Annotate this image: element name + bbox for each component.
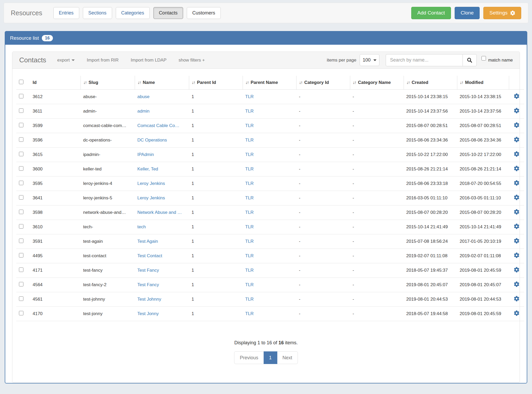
- row-actions[interactable]: [509, 148, 524, 162]
- tab-categories[interactable]: Categories: [116, 7, 150, 19]
- clone-button[interactable]: Clone: [455, 7, 480, 19]
- cell-parent-id: 1: [189, 205, 243, 220]
- parent-name-link[interactable]: TLR: [245, 268, 254, 273]
- parent-name-link[interactable]: TLR: [245, 152, 254, 157]
- row-actions[interactable]: [509, 220, 524, 234]
- parent-name-link[interactable]: TLR: [245, 94, 254, 99]
- parent-name-link[interactable]: TLR: [245, 181, 254, 186]
- row-checkbox[interactable]: [19, 123, 23, 127]
- pagination-next[interactable]: Next: [277, 351, 298, 364]
- name-link[interactable]: Network Abuse and …: [137, 210, 182, 215]
- row-checkbox[interactable]: [19, 253, 23, 257]
- row-actions[interactable]: [509, 307, 524, 321]
- column-header-modified[interactable]: ↓↑Modified: [457, 76, 509, 90]
- name-link[interactable]: Test Fancy: [137, 268, 159, 273]
- parent-name-link[interactable]: TLR: [245, 297, 254, 302]
- cell-created: 2018-05-07 19:45:37: [404, 263, 457, 278]
- name-link[interactable]: Test Contact: [137, 253, 162, 258]
- parent-name-link[interactable]: TLR: [245, 253, 254, 258]
- name-link[interactable]: admin: [137, 109, 149, 114]
- items-per-page-select[interactable]: 100: [360, 54, 379, 66]
- import-rir-link[interactable]: Import from RIR: [87, 58, 119, 63]
- row-actions[interactable]: [509, 90, 524, 104]
- name-link[interactable]: Leroy Jenkins: [137, 195, 165, 200]
- row-checkbox[interactable]: [19, 210, 23, 214]
- match-name-checkbox[interactable]: [481, 56, 486, 60]
- name-link[interactable]: Test Jonny: [137, 311, 159, 316]
- name-link[interactable]: Comcast Cable Co…: [137, 123, 179, 128]
- tab-sections[interactable]: Sections: [83, 7, 112, 19]
- parent-name-link[interactable]: TLR: [245, 210, 254, 215]
- row-actions[interactable]: [509, 133, 524, 148]
- pagination-previous[interactable]: Previous: [234, 351, 264, 364]
- row-checkbox[interactable]: [19, 137, 23, 142]
- row-checkbox[interactable]: [19, 181, 23, 185]
- show-filters-link[interactable]: show filters +: [179, 58, 205, 63]
- parent-name-link[interactable]: TLR: [245, 282, 254, 287]
- tab-contacts[interactable]: Contacts: [153, 7, 183, 19]
- row-actions[interactable]: [509, 176, 524, 191]
- pagination-page-1[interactable]: 1: [264, 351, 277, 364]
- search-input[interactable]: [386, 54, 463, 66]
- column-header-name[interactable]: ↓↑Name: [135, 76, 189, 90]
- name-link[interactable]: DC Operations: [137, 138, 167, 143]
- name-link[interactable]: Test Fancy: [137, 282, 159, 287]
- column-header-category-id[interactable]: ↓↑Category Id: [296, 76, 350, 90]
- column-header-category-name[interactable]: ↓↑Category Name: [350, 76, 404, 90]
- gear-icon: [514, 108, 519, 113]
- tab-entries[interactable]: Entries: [53, 7, 79, 19]
- row-actions[interactable]: [509, 162, 524, 176]
- row-actions[interactable]: [509, 249, 524, 263]
- row-actions[interactable]: [509, 292, 524, 307]
- parent-name-link[interactable]: TLR: [245, 166, 254, 171]
- cell-category-name: -: [350, 278, 404, 292]
- parent-name-link[interactable]: TLR: [245, 311, 254, 316]
- row-actions[interactable]: [509, 278, 524, 292]
- parent-name-link[interactable]: TLR: [245, 224, 254, 229]
- parent-name-link[interactable]: TLR: [245, 123, 254, 128]
- export-dropdown[interactable]: export: [57, 58, 75, 63]
- name-link[interactable]: Leroy Jenkins: [137, 181, 165, 186]
- name-link[interactable]: abuse: [137, 94, 149, 99]
- name-link[interactable]: Test Again: [137, 239, 158, 244]
- row-checkbox[interactable]: [19, 224, 23, 229]
- row-checkbox[interactable]: [19, 166, 23, 171]
- row-checkbox[interactable]: [19, 282, 23, 286]
- parent-name-link[interactable]: TLR: [245, 109, 254, 114]
- row-checkbox[interactable]: [19, 94, 23, 98]
- cell-modified: 2019-02-07 01:11:08: [457, 249, 509, 263]
- column-header-slug[interactable]: ↓↑Slug: [81, 76, 135, 90]
- add-contact-button[interactable]: Add Contact: [411, 7, 451, 19]
- tab-customers[interactable]: Customers: [187, 7, 221, 19]
- cell-modified: 2019-08-01 20:44:53: [457, 292, 509, 307]
- row-actions[interactable]: [509, 234, 524, 249]
- row-actions[interactable]: [509, 119, 524, 133]
- name-link[interactable]: tech: [137, 224, 146, 229]
- row-actions[interactable]: [509, 205, 524, 220]
- column-header-id: Id: [30, 76, 81, 90]
- column-header-parent-id[interactable]: ↓↑Parent Id: [189, 76, 243, 90]
- row-actions[interactable]: [509, 104, 524, 119]
- row-checkbox[interactable]: [19, 267, 23, 272]
- search-button[interactable]: [463, 54, 477, 66]
- import-ldap-link[interactable]: Import from LDAP: [131, 58, 167, 63]
- column-header-parent-name[interactable]: ↓↑Parent Name: [243, 76, 296, 90]
- row-checkbox[interactable]: [19, 195, 23, 200]
- parent-name-link[interactable]: TLR: [245, 138, 254, 143]
- row-checkbox[interactable]: [19, 239, 23, 243]
- parent-name-link[interactable]: TLR: [245, 195, 254, 200]
- row-actions[interactable]: [509, 191, 524, 205]
- row-checkbox[interactable]: [19, 152, 23, 156]
- column-header-created[interactable]: ↓↑Created: [404, 76, 457, 90]
- row-checkbox[interactable]: [19, 296, 23, 301]
- row-checkbox[interactable]: [19, 311, 23, 315]
- settings-button[interactable]: Settings: [483, 7, 521, 19]
- row-checkbox[interactable]: [19, 108, 23, 113]
- select-all-checkbox[interactable]: [19, 80, 23, 84]
- name-link[interactable]: Keller, Ted: [137, 166, 158, 171]
- name-link[interactable]: Test Johnny: [137, 297, 161, 302]
- name-link[interactable]: IPAdmin: [137, 152, 154, 157]
- cell-parent-id: 1: [189, 263, 243, 278]
- row-actions[interactable]: [509, 263, 524, 278]
- parent-name-link[interactable]: TLR: [245, 239, 254, 244]
